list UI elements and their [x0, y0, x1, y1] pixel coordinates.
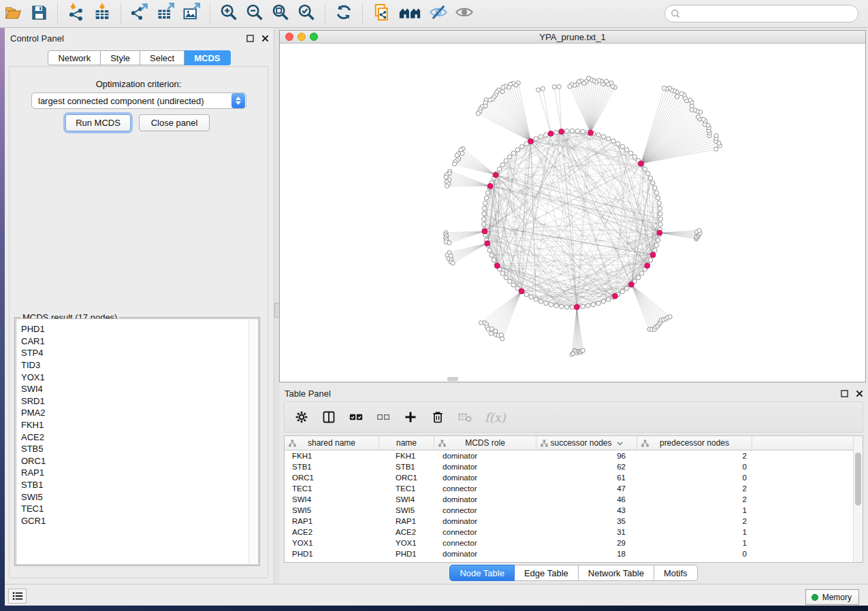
tab-network-table[interactable]: Network Table	[579, 565, 654, 581]
network-node[interactable]	[679, 92, 684, 96]
network-node[interactable]	[557, 84, 561, 88]
network-node[interactable]	[607, 297, 611, 301]
mcds-result-item[interactable]: STB5	[16, 443, 258, 455]
close-panel-button[interactable]: Close panel	[139, 114, 210, 131]
network-node[interactable]	[653, 248, 657, 252]
table-row[interactable]: RAP1 RAP1 dominator 35 2	[285, 516, 853, 527]
table-scrollbar[interactable]	[853, 436, 863, 562]
mcds-result-item[interactable]: SWI4	[16, 383, 258, 395]
zoom-selected-button[interactable]	[295, 3, 318, 24]
network-node[interactable]	[507, 279, 511, 283]
network-node[interactable]	[696, 115, 700, 119]
network-dominator-node[interactable]	[559, 129, 564, 135]
mcds-result-item[interactable]: GCR1	[16, 515, 258, 527]
column-header-predecessor-nodes[interactable]: predecessor nodes	[637, 436, 752, 450]
column-header-name[interactable]: name	[379, 436, 434, 450]
search-input[interactable]	[664, 5, 858, 22]
tab-node-table[interactable]: Node Table	[449, 565, 515, 581]
network-node[interactable]	[662, 86, 666, 90]
mcds-result-item[interactable]: STB1	[16, 479, 258, 491]
table-row[interactable]: FKH1 FKH1 dominator 96 2	[285, 450, 853, 461]
mcds-result-item[interactable]: YOX1	[16, 371, 258, 383]
network-node[interactable]	[539, 299, 543, 303]
network-node[interactable]	[487, 248, 492, 252]
new-network-from-selection-button[interactable]	[370, 3, 393, 24]
network-node[interactable]	[541, 86, 545, 90]
network-node[interactable]	[500, 163, 504, 167]
network-node[interactable]	[643, 167, 647, 171]
network-dominator-node[interactable]	[548, 131, 553, 136]
tab-edge-table[interactable]: Edge Table	[515, 565, 579, 581]
table-row[interactable]: SWI5 SWI5 connector 43 1	[285, 505, 853, 516]
close-panel-icon[interactable]	[854, 389, 864, 398]
select-all-icon[interactable]	[349, 410, 364, 425]
tab-style[interactable]: Style	[101, 50, 140, 65]
table-row[interactable]: SWI4 SWI4 dominator 46 2	[285, 494, 853, 505]
table-row[interactable]: TEC1 TEC1 connector 47 2	[285, 483, 853, 494]
deselect-all-icon[interactable]	[376, 410, 391, 425]
network-dominator-node[interactable]	[482, 229, 487, 234]
table-row[interactable]: ORC1 ORC1 dominator 61 0	[285, 472, 853, 483]
show-column-icon[interactable]	[321, 410, 336, 425]
mcds-result-item[interactable]: ACE2	[16, 431, 258, 443]
network-node[interactable]	[507, 154, 511, 159]
show-all-button[interactable]	[453, 3, 476, 24]
export-image-button[interactable]	[180, 3, 203, 24]
memory-button[interactable]: Memory	[805, 589, 859, 605]
network-node[interactable]	[520, 144, 524, 148]
network-node[interactable]	[624, 286, 628, 291]
network-node[interactable]	[570, 129, 574, 133]
export-network-button[interactable]	[128, 3, 151, 24]
network-node[interactable]	[632, 154, 637, 159]
network-node[interactable]	[549, 302, 553, 306]
network-node[interactable]	[485, 191, 489, 195]
network-node[interactable]	[489, 253, 494, 257]
network-node[interactable]	[668, 315, 672, 319]
network-node[interactable]	[651, 181, 655, 185]
zoom-out-button[interactable]	[243, 3, 266, 24]
network-dominator-node[interactable]	[628, 282, 634, 287]
network-node[interactable]	[586, 303, 590, 308]
network-node[interactable]	[500, 271, 504, 276]
task-history-button[interactable]	[8, 589, 27, 604]
network-node[interactable]	[697, 229, 701, 233]
network-node[interactable]	[560, 304, 564, 308]
network-node[interactable]	[482, 206, 486, 210]
network-node[interactable]	[575, 129, 579, 133]
network-node[interactable]	[648, 258, 652, 262]
network-node[interactable]	[564, 305, 568, 309]
network-node[interactable]	[611, 139, 615, 143]
mcds-result-item[interactable]: TEC1	[16, 503, 258, 515]
table-settings-gear-icon[interactable]	[294, 410, 309, 425]
network-node[interactable]	[497, 167, 501, 171]
network-dominator-node[interactable]	[588, 130, 594, 135]
network-node[interactable]	[658, 206, 662, 210]
network-titlebar[interactable]: YPA_prune.txt_1	[280, 31, 865, 44]
network-node[interactable]	[489, 327, 494, 331]
network-node[interactable]	[656, 196, 660, 200]
network-node[interactable]	[654, 243, 658, 247]
mcds-result-item[interactable]: RAP1	[16, 467, 258, 479]
network-dominator-node[interactable]	[528, 139, 534, 144]
column-header-mcds-role[interactable]: MCDS role	[434, 436, 536, 450]
network-node[interactable]	[554, 303, 558, 308]
network-dominator-node[interactable]	[494, 263, 500, 269]
network-dominator-node[interactable]	[519, 288, 524, 294]
network-node[interactable]	[615, 142, 620, 146]
network-dominator-node[interactable]	[574, 304, 579, 310]
table-row[interactable]: PHD1 PHD1 dominator 18 0	[285, 548, 853, 559]
network-node[interactable]	[447, 241, 451, 245]
network-node[interactable]	[492, 258, 496, 262]
network-node[interactable]	[620, 289, 624, 293]
mcds-result-item[interactable]: SRD1	[16, 395, 258, 408]
import-table-button[interactable]	[91, 3, 114, 24]
network-node[interactable]	[591, 302, 595, 306]
refresh-button[interactable]	[332, 3, 355, 24]
network-dominator-node[interactable]	[657, 230, 662, 235]
open-session-button[interactable]	[1, 3, 25, 24]
network-node[interactable]	[524, 293, 528, 297]
network-node[interactable]	[658, 212, 662, 216]
network-dominator-node[interactable]	[645, 263, 650, 269]
network-node[interactable]	[581, 129, 585, 133]
network-node[interactable]	[601, 135, 605, 139]
